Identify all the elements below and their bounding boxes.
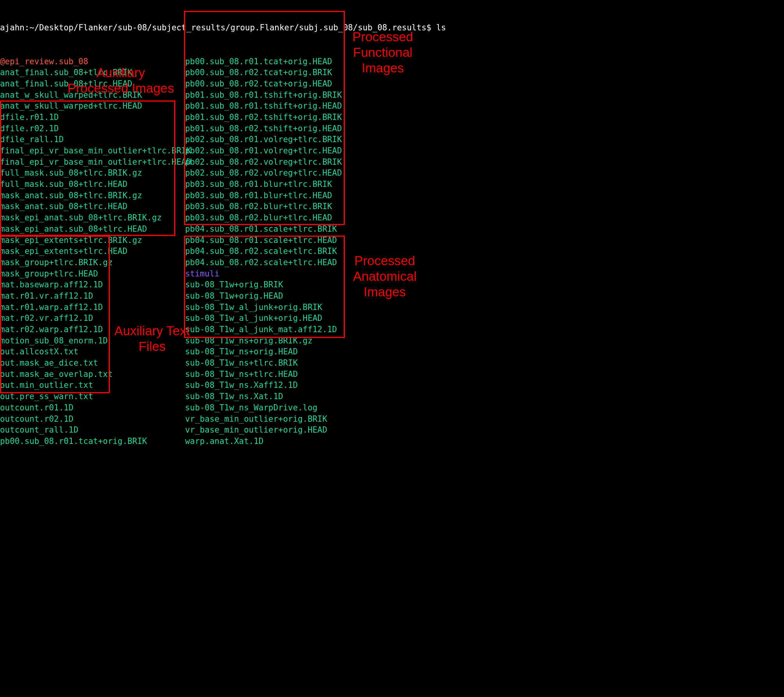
ls-entry: sub-08_T1w_ns+orig.BRIK.gz — [185, 336, 313, 345]
ls-entry: anat_final.sub_08+tlrc.BRIK — [0, 68, 132, 77]
prompt-line: ajahn:~/Desktop/Flanker/sub-08/subject_r… — [0, 22, 784, 33]
ls-entry: final_epi_vr_base_min_outlier+tlrc.BRIK — [0, 146, 191, 155]
ls-entry: out.min_outlier.txt — [0, 380, 93, 390]
ls-entry: anat_w_skull_warped+tlrc.BRIK — [0, 90, 142, 100]
ls-entry: sub-08_T1w+orig.HEAD — [185, 291, 283, 301]
ls-entry: out.allcostX.txt — [0, 347, 78, 356]
ls-entry: pb04.sub_08.r01.scale+tlrc.BRIK — [185, 224, 337, 234]
command-text[interactable]: ls — [436, 23, 446, 32]
ls-entry: sub-08_T1w_ns+tlrc.BRIK — [185, 358, 298, 368]
ls-entry: @epi_review.sub_08 — [0, 57, 88, 66]
ls-entry: outcount.r01.1D — [0, 403, 74, 412]
ls-entry: pb02.sub_08.r02.volreg+tlrc.BRIK — [185, 157, 342, 167]
ls-entry: pb00.sub_08.r01.tcat+orig.BRIK — [0, 437, 147, 446]
ls-entry: pb01.sub_08.r02.tshift+orig.HEAD — [185, 124, 342, 133]
ls-entry: pb01.sub_08.r01.tshift+orig.HEAD — [185, 101, 342, 111]
ls-entry: sub-08_T1w_ns.Xat.1D — [185, 392, 283, 401]
ls-entry: vr_base_min_outlier+orig.HEAD — [185, 425, 327, 435]
ls-entry: dfile.r01.1D — [0, 113, 59, 122]
ls-entry: motion_sub_08_enorm.1D — [0, 336, 108, 345]
prompt-text: ajahn:~/Desktop/Flanker/sub-08/subject_r… — [0, 23, 436, 32]
ls-column-1: @epi_review.sub_08anat_final.sub_08+tlrc… — [0, 56, 185, 447]
ls-entry: dfile.r02.1D — [0, 124, 59, 133]
ls-entry: full_mask.sub_08+tlrc.BRIK.gz — [0, 168, 142, 178]
ls-entry: mask_epi_extents+tlrc.BRIK.gz — [0, 236, 142, 245]
ls-entry: sub-08_T1w_al_junk_mat.aff12.1D — [185, 325, 337, 334]
ls-entry: warp.anat.Xat.1D — [185, 437, 263, 446]
ls-entry: final_epi_vr_base_min_outlier+tlrc.HEAD — [0, 157, 191, 167]
ls-entry: dfile_rall.1D — [0, 135, 64, 144]
ls-entry: pb03.sub_08.r02.blur+tlrc.HEAD — [185, 213, 332, 222]
ls-entry: out.pre_ss_warn.txt — [0, 392, 93, 401]
ls-entry: sub-08_T1w+orig.BRIK — [185, 280, 283, 289]
ls-entry: stimuli — [185, 269, 219, 278]
ls-entry: out.mask_ae_overlap.txt — [0, 370, 113, 379]
ls-entry: mask_group+tlrc.BRIK.gz — [0, 258, 113, 267]
ls-entry: sub-08_T1w_ns+orig.HEAD — [185, 347, 298, 356]
ls-entry: mask_epi_extents+tlrc.HEAD — [0, 246, 127, 256]
ls-entry: pb03.sub_08.r01.blur+tlrc.BRIK — [185, 180, 332, 189]
ls-entry: pb03.sub_08.r02.blur+tlrc.BRIK — [185, 202, 332, 211]
ls-entry: pb00.sub_08.r02.tcat+orig.BRIK — [185, 68, 332, 77]
ls-entry: mask_anat.sub_08+tlrc.BRIK.gz — [0, 191, 142, 200]
ls-entry: mat.r02.warp.aff12.1D — [0, 325, 103, 334]
ls-entry: mat.r01.warp.aff12.1D — [0, 303, 103, 312]
ls-entry: mat.r02.vr.aff12.1D — [0, 313, 93, 323]
ls-entry: pb04.sub_08.r02.scale+tlrc.HEAD — [185, 258, 337, 267]
ls-entry: mask_epi_anat.sub_08+tlrc.BRIK.gz — [0, 213, 162, 222]
ls-entry: pb04.sub_08.r02.scale+tlrc.BRIK — [185, 246, 337, 256]
ls-entry: pb04.sub_08.r01.scale+tlrc.HEAD — [185, 236, 337, 245]
ls-entry: sub-08_T1w_ns+tlrc.HEAD — [185, 370, 298, 379]
ls-entry: pb01.sub_08.r01.tshift+orig.BRIK — [185, 90, 342, 100]
ls-entry: outcount_rall.1D — [0, 425, 78, 435]
ls-entry: mask_anat.sub_08+tlrc.HEAD — [0, 202, 127, 211]
ls-entry: mask_group+tlrc.HEAD — [0, 269, 98, 278]
ls-entry: mask_epi_anat.sub_08+tlrc.HEAD — [0, 224, 147, 234]
ls-column-2: pb00.sub_08.r01.tcat+orig.HEADpb00.sub_0… — [185, 56, 342, 447]
ls-entry: sub-08_T1w_ns_WarpDrive.log — [185, 403, 318, 412]
ls-entry: sub-08_T1w_al_junk+orig.BRIK — [185, 303, 322, 312]
ls-entry: pb02.sub_08.r01.volreg+tlrc.BRIK — [185, 135, 342, 144]
ls-entry: full_mask.sub_08+tlrc.HEAD — [0, 180, 127, 189]
ls-entry: pb00.sub_08.r02.tcat+orig.HEAD — [185, 79, 332, 88]
ls-entry: pb01.sub_08.r02.tshift+orig.BRIK — [185, 113, 342, 122]
ls-entry: vr_base_min_outlier+orig.BRIK — [185, 414, 327, 424]
ls-entry: pb00.sub_08.r01.tcat+orig.HEAD — [185, 57, 332, 66]
ls-entry: out.mask_ae_dice.txt — [0, 358, 98, 368]
ls-entry: pb02.sub_08.r01.volreg+tlrc.HEAD — [185, 146, 342, 155]
ls-entry: pb03.sub_08.r01.blur+tlrc.HEAD — [185, 191, 332, 200]
ls-entry: mat.basewarp.aff12.1D — [0, 280, 103, 289]
ls-entry: sub-08_T1w_al_junk+orig.HEAD — [185, 313, 322, 323]
ls-entry: mat.r01.vr.aff12.1D — [0, 291, 93, 301]
ls-entry: pb02.sub_08.r02.volreg+tlrc.HEAD — [185, 168, 342, 178]
ls-entry: anat_w_skull_warped+tlrc.HEAD — [0, 101, 142, 111]
ls-entry: outcount.r02.1D — [0, 414, 74, 424]
ls-entry: anat_final.sub_08+tlrc.HEAD — [0, 79, 132, 88]
ls-entry: sub-08_T1w_ns.Xaff12.1D — [185, 380, 298, 390]
